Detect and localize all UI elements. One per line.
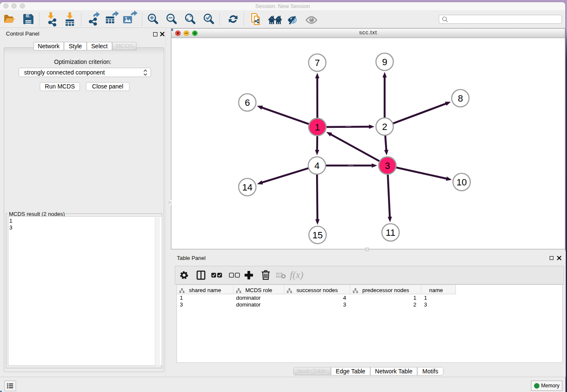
svg-text:11: 11 — [386, 227, 396, 238]
svg-text:10: 10 — [457, 177, 467, 188]
svg-text:6: 6 — [245, 97, 250, 108]
svg-text:f(x): f(x) — [290, 270, 303, 280]
svg-text:14: 14 — [242, 182, 252, 193]
svg-text:2: 2 — [382, 121, 387, 132]
svg-text:1: 1 — [315, 122, 320, 133]
svg-text:3: 3 — [385, 160, 390, 171]
svg-text:8: 8 — [458, 93, 463, 104]
svg-text:7: 7 — [315, 58, 320, 68]
svg-text:9: 9 — [382, 57, 387, 67]
svg-text:4: 4 — [314, 160, 319, 171]
svg-text:15: 15 — [312, 230, 322, 240]
